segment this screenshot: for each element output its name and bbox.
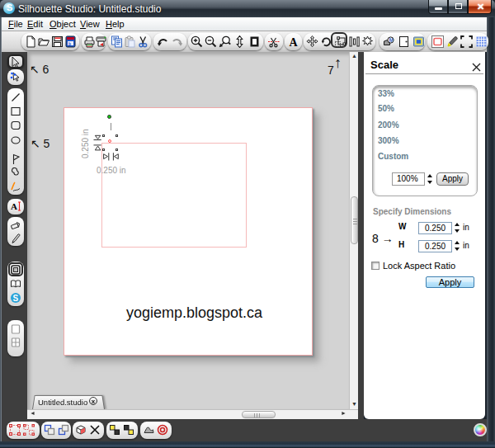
svg-text:M: M — [389, 37, 394, 43]
svg-text:b: b — [68, 41, 71, 46]
svg-text:S: S — [13, 294, 19, 303]
svg-text:A: A — [11, 201, 17, 211]
svg-text:A: A — [290, 36, 299, 49]
